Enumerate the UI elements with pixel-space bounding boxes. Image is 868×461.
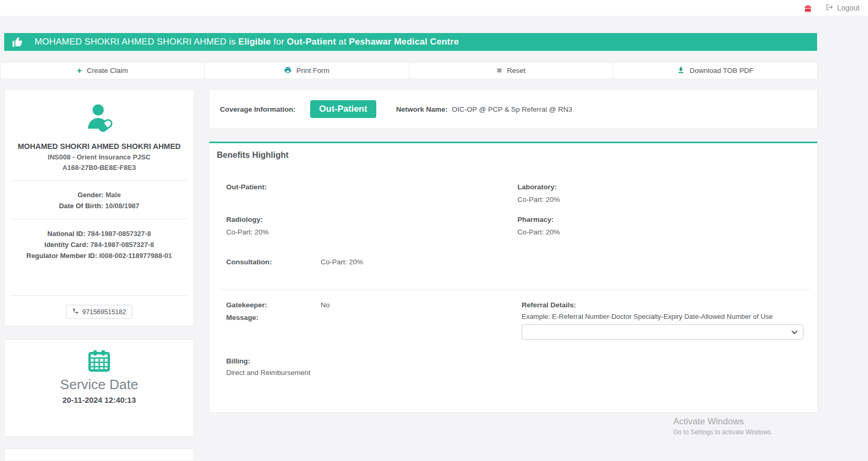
next-card-partial [4,448,194,461]
consultation-value: Co-Part: 20% [321,258,363,266]
patient-card-code: A168-27B0-BE8E-F8E3 [5,164,194,171]
dob-row: Date Of Birth: 10/08/1987 [5,202,194,210]
consultation-label: Consultation: [226,258,272,266]
patient-name: MOHAMED SHOKRI AHMED SHOKRI AHMED [5,142,194,151]
laboratory-label: Laboratory: [517,183,557,191]
phone-number: 971569515182 [82,308,126,316]
logout-link[interactable]: Logout [825,3,860,13]
referral-details-select[interactable] [522,324,803,340]
divider [12,180,187,181]
banner-text: MOHAMED SHOKRI AHMED SHOKRI AHMED is Eli… [35,37,459,47]
patient-sidebar: MOHAMED SHOKRI AHMED SHOKRI AHMED INS008… [4,89,194,461]
service-date-card: Service Date 20-11-2024 12:40:13 [4,339,194,437]
national-id-row: National ID: 784-1987-0857327-8 [5,230,194,238]
pharmacy-value: Co-Part: 20% [517,228,560,236]
billing-label: Billing: [226,357,250,365]
gatekeeper-label: Gatekeeper: [226,301,267,309]
message-label: Message: [226,314,259,321]
gift-icon[interactable] [804,4,812,12]
eligibility-banner: MOHAMED SHOKRI AHMED SHOKRI AHMED is Eli… [4,33,817,51]
download-tob-button[interactable]: Download TOB PDF [613,62,818,79]
reset-button[interactable]: ✖ Reset [409,62,613,79]
watermark-line2: Go to Settings to activate Windows. [673,428,772,436]
banner-provider-name: Peshawar Medical Centre [349,37,459,47]
main-content: Coverage Information: Out-Patient Networ… [209,89,818,413]
national-id-value: 784-1987-0857327-8 [87,230,151,238]
service-date-value: 20-11-2024 12:40:13 [5,395,194,404]
gatekeeper-value: No [321,301,330,309]
logout-icon [825,3,833,13]
gender-row: Gender: Male [5,191,194,199]
referral-example-text: Example: E-Referral Number-Doctor Specia… [522,313,772,320]
phone-button[interactable]: 971569515182 [66,305,132,319]
billing-value: Direct and Reimbursement [226,369,311,377]
coverage-badge: Out-Patient [310,100,376,118]
windows-activation-watermark: Activate Windows Go to Settings to activ… [673,416,772,436]
identity-card-row: Identity Card: 784-1987-0857327-8 [5,241,194,249]
watermark-line1: Activate Windows [673,416,772,427]
identity-card-value: 784-1987-0857327-8 [90,241,154,249]
pharmacy-label: Pharmacy: [517,216,554,223]
create-claim-button[interactable]: + Create Claim [0,62,205,79]
section-divider [218,289,810,290]
logout-label: Logout [837,4,860,12]
regulator-id-row: Regulator Member ID: I008-002-118977988-… [5,252,194,260]
coverage-information-label: Coverage Information: [220,105,295,113]
printer-icon [284,66,292,76]
thumbs-up-icon [12,36,23,48]
radiology-value: Co-Part: 20% [226,228,269,236]
patient-card: MOHAMED SHOKRI AHMED SHOKRI AHMED INS008… [4,89,194,326]
gender-value: Male [105,191,121,199]
network-name-label: Network Name: [396,105,448,113]
banner-coverage-type: Out-Patient [287,37,336,47]
patient-insurer: INS008 - Orient Insurance PJSC [5,153,194,161]
laboratory-value: Co-Part: 20% [517,196,560,203]
banner-status: Eligible [238,37,271,47]
close-icon: ✖ [496,67,502,74]
service-date-title: Service Date [5,377,194,393]
benefits-highlight-card: Benefits Highlight Out-Patient: Laborato… [209,142,818,413]
plus-icon: + [77,66,82,75]
print-form-button[interactable]: Print Form [205,62,409,79]
dob-value: 10/08/1987 [105,202,140,210]
divider [12,219,187,219]
network-name-value: OIC-OP @ PCP & Sp Referral @ RN3 [452,105,572,113]
download-icon [677,66,685,76]
member-avatar-icon [83,127,115,136]
action-buttons-row: + Create Claim Print Form ✖ Reset Downlo… [0,62,818,79]
out-patient-label: Out-Patient: [226,183,267,191]
calendar-icon [88,365,111,374]
regulator-id-value: I008-002-118977988-01 [99,252,172,260]
chevron-down-icon [791,327,798,337]
divider [12,295,187,296]
banner-member-name: MOHAMED SHOKRI AHMED SHOKRI AHMED [35,37,227,47]
phone-icon [72,308,79,316]
radiology-label: Radiology: [226,216,263,223]
benefits-highlight-title: Benefits Highlight [217,151,289,160]
top-navbar: Logout [0,0,868,16]
coverage-information-card: Coverage Information: Out-Patient Networ… [209,89,818,129]
referral-details-label: Referral Details: [522,301,576,309]
